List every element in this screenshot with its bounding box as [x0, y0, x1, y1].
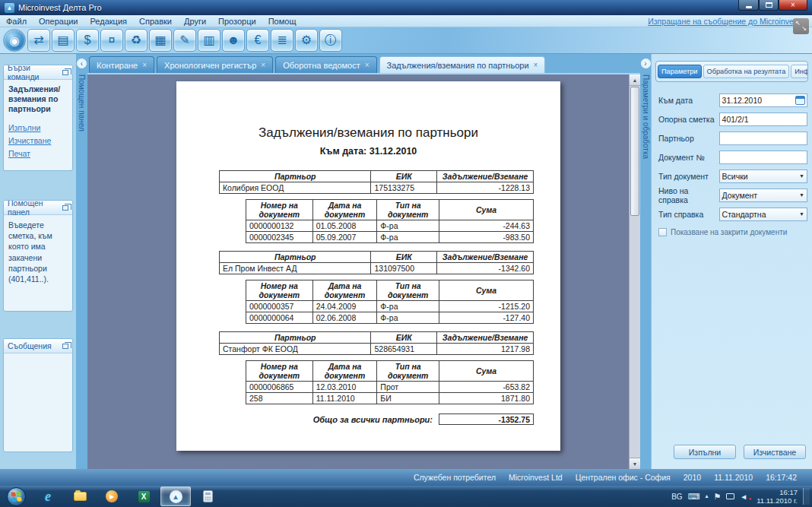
panel-title: Помощен панел — [8, 200, 62, 217]
info-button[interactable]: ⓘ — [319, 29, 342, 52]
taskbar-microinvest[interactable]: ▲ — [160, 486, 191, 506]
window-title: Microinvest Делта Pro — [18, 3, 102, 12]
currency-button[interactable]: € — [246, 29, 269, 52]
calendar-icon[interactable] — [795, 96, 805, 105]
param-select-5[interactable]: Документ▼ — [719, 189, 807, 202]
vertical-scrollbar[interactable]: ▲ ▼ — [629, 74, 640, 469]
menu-item-5[interactable]: Прозорци — [218, 17, 256, 26]
taskbar-calculator-icon — [203, 490, 213, 502]
tab-3[interactable]: Задължения/вземания по партньори× — [379, 56, 546, 73]
menu-item-2[interactable]: Редакция — [90, 17, 127, 26]
document-cell: 0000000132 — [246, 220, 313, 232]
settings-button[interactable]: ⚙ — [295, 29, 318, 52]
documents-button[interactable]: ▤ — [52, 29, 75, 52]
tab-close-icon[interactable]: × — [534, 61, 538, 69]
fullscreen-overlay-icon[interactable]: ↖ ↘ — [793, 18, 809, 34]
params-tab-1[interactable]: Обработка на резултата — [703, 65, 790, 78]
start-button[interactable] — [1, 486, 31, 506]
tab-close-icon[interactable]: × — [261, 61, 265, 69]
undock-icon[interactable] — [62, 344, 68, 349]
quick-link-2[interactable]: Печат — [8, 149, 68, 158]
volume-muted-icon[interactable]: ◄ — [740, 493, 747, 501]
power-button[interactable]: ◉ — [3, 29, 26, 52]
user-button[interactable]: ☻ — [222, 29, 245, 52]
param-input-0[interactable]: 31.12.2010 — [719, 93, 807, 107]
analysis-icon: ♻ — [131, 34, 141, 46]
undock-icon[interactable] — [62, 70, 68, 75]
taskbar-excel[interactable]: X — [128, 486, 159, 506]
param-input-3[interactable] — [719, 151, 807, 164]
undock-icon[interactable] — [62, 205, 68, 211]
help-text: Въведете сметка, към която има закачени … — [8, 220, 68, 284]
param-row-5: Ниво на справкаДокумент▼ — [658, 188, 807, 202]
document-cell: -1215.20 — [439, 301, 534, 312]
app-logo-icon: ▲ — [5, 3, 14, 13]
document-column-header: Номер на документ — [246, 200, 313, 220]
maximize-button[interactable] — [759, 0, 779, 11]
menu-item-0[interactable]: Файл — [6, 17, 27, 26]
tab-2[interactable]: Оборотна ведомост× — [275, 56, 376, 73]
messages-panel: Съобщения — [3, 338, 73, 452]
taskbar-explorer[interactable] — [65, 486, 95, 506]
accounts-button[interactable]: $ — [76, 29, 99, 52]
report-viewport: Задължения/вземания по партньори Към дат… — [87, 73, 640, 469]
help-panel: Помощен панел Въведете сметка, към която… — [3, 200, 73, 312]
analysis-button[interactable]: ♻ — [125, 29, 147, 52]
menu-item-4[interactable]: Други — [184, 17, 206, 26]
param-input-1[interactable]: 401/2/1 — [719, 112, 807, 126]
scroll-down-button[interactable]: ▼ — [630, 458, 640, 469]
operations-button[interactable]: ⇄ — [27, 29, 50, 52]
taskbar-media-player[interactable]: ▶ — [97, 486, 127, 506]
action-center-flag-icon[interactable]: ⚑ — [713, 493, 721, 501]
scroll-up-button[interactable]: ▲ — [630, 74, 640, 86]
closed-documents-checkbox[interactable] — [658, 228, 667, 236]
document-cell: -127.40 — [439, 312, 534, 324]
taskbar-calculator[interactable] — [192, 486, 223, 506]
tab-0[interactable]: Контиране× — [89, 56, 154, 73]
taskbar-internet-explorer[interactable]: e — [33, 486, 63, 506]
collapse-left-button[interactable]: ‹ — [77, 59, 87, 68]
tray-icons: ⌨▴⚑◄ — [688, 493, 752, 501]
status-item-5: 16:17:42 — [766, 473, 797, 482]
tab-close-icon[interactable]: × — [142, 61, 147, 69]
documents-icon: ▤ — [57, 34, 68, 46]
archive-icon: ▥ — [203, 34, 214, 46]
archive-button[interactable]: ▥ — [198, 29, 220, 52]
edit-document-button[interactable]: ✎ — [173, 29, 196, 52]
list-button[interactable]: ≣ — [271, 29, 293, 52]
menu-item-6[interactable]: Помощ — [268, 17, 297, 26]
params-tab-0[interactable]: Параметри — [658, 65, 702, 78]
execute-button[interactable]: Изпълни — [674, 445, 736, 459]
param-select-6[interactable]: Стандартна▼ — [719, 208, 807, 221]
tab-1[interactable]: Хронологичен регистър× — [157, 56, 273, 73]
document-cell: -983.50 — [439, 232, 534, 243]
show-desktop-button[interactable] — [803, 488, 810, 505]
hidden-icons-button[interactable]: ▴ — [705, 493, 708, 499]
partner-column-header: ЕИК — [371, 252, 437, 263]
tab-close-icon[interactable]: × — [365, 61, 370, 69]
collapse-right-button[interactable]: › — [641, 59, 651, 68]
quick-link-0[interactable]: Изпълни — [8, 123, 68, 132]
param-select-4[interactable]: Всички▼ — [719, 170, 807, 183]
document-cell: 02.06.2008 — [312, 312, 377, 324]
quick-link-1[interactable]: Изчистване — [8, 136, 68, 145]
clear-button[interactable]: Изчистване — [744, 445, 806, 459]
scrollbar-thumb[interactable] — [630, 87, 639, 216]
keyboard-icon[interactable]: ⌨ — [688, 493, 700, 501]
money-button[interactable]: ¤ — [100, 29, 123, 52]
checkbox-label: Показване на закрити документи — [671, 228, 787, 236]
arrow-nw-icon: ↖ — [795, 21, 801, 27]
menu-item-3[interactable]: Справки — [139, 17, 172, 26]
calculation-table-button[interactable]: ▦ — [149, 29, 172, 52]
params-tab-2[interactable]: Информация — [791, 65, 808, 78]
taskbar-clock[interactable]: 16:17 11.11.2010 г. — [756, 488, 798, 505]
param-input-2[interactable] — [719, 132, 807, 145]
send-message-link[interactable]: Изпращане на съобщение до Microinvest — [648, 17, 806, 26]
quick-commands-panel: Бързи команди Задължения/вземания по пар… — [3, 65, 73, 171]
partner-header-row: ПартньорЕИКЗадължение/Вземане — [220, 332, 534, 344]
menu-item-1[interactable]: Операции — [39, 17, 78, 26]
close-button[interactable]: × — [779, 0, 807, 11]
network-icon[interactable] — [726, 493, 734, 499]
minimize-button[interactable] — [738, 0, 759, 11]
language-indicator[interactable]: BG — [671, 493, 682, 501]
